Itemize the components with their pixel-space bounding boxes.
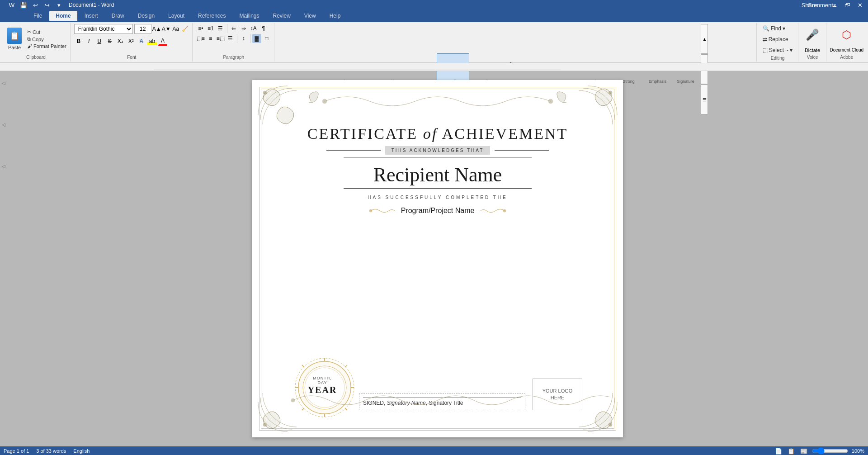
text-highlight-button[interactable]: ab (147, 37, 157, 46)
replace-icon: ⇄ (763, 36, 767, 43)
cert-acknowledges-row: THIS ACKNOWLEDGES THAT (326, 146, 549, 155)
adobe-button[interactable]: ⬡ (839, 24, 855, 46)
status-bar: Page 1 of 1 3 of 33 words English 📄 📋 📰 … (0, 446, 868, 455)
styles-scroll-up[interactable]: ▲ (701, 24, 708, 54)
strikethrough-button[interactable]: S (105, 37, 114, 46)
cert-program-text: Program/Project Name (401, 207, 475, 215)
bullets-button[interactable]: ≡• (196, 24, 205, 33)
sort-button[interactable]: ↕A (249, 24, 258, 33)
underline-button[interactable]: U (95, 37, 104, 46)
ribbon-tabs: File Home Insert Draw Design Layout Refe… (0, 10, 868, 22)
para-row2: ⬚≡ ≡ ≡⬚ ☰ ↕ ▓ □ (196, 34, 271, 43)
tab-file[interactable]: File (27, 11, 48, 21)
format-painter-icon: 🖌 (27, 43, 32, 49)
cert-line-left (326, 150, 381, 151)
collapse-arrow-bot[interactable]: ◁ (1, 163, 6, 169)
tab-review[interactable]: Review (267, 11, 297, 21)
tab-draw[interactable]: Draw (105, 11, 131, 21)
align-center-button[interactable]: ≡ (206, 34, 215, 43)
cert-title-text: CERTIFICATE (307, 125, 418, 142)
increase-indent-button[interactable]: ⇒ (239, 24, 248, 33)
view-read-button[interactable]: 📰 (799, 446, 808, 455)
bold-button[interactable]: B (74, 37, 83, 46)
justify-button[interactable]: ☰ (226, 34, 235, 43)
paragraph-top: ≡• ≡1 ☰ ⇐ ⇒ ↕A ¶ ⬚≡ ≡ ≡⬚ ☰ ↕ ▓ □ (196, 24, 271, 54)
decrease-indent-button[interactable]: ⇐ (229, 24, 238, 33)
dictate-button[interactable]: 🎤 (804, 24, 821, 46)
copy-label: Copy (32, 37, 44, 42)
format-painter-label: Format Painter (33, 43, 66, 49)
clipboard-group: 📋 Paste ✂ Cut ⧉ Copy 🖌 Format Painter Cl… (2, 23, 71, 62)
font-format-row: B I U S X₂ X² A ab A (74, 37, 167, 46)
tab-design[interactable]: Design (132, 11, 161, 21)
show-para-button[interactable]: ¶ (259, 24, 268, 33)
cert-achievement-text: ACHIEVEMENT (442, 125, 568, 142)
align-right-button[interactable]: ≡⬚ (216, 34, 225, 43)
comments-button[interactable]: Comments (817, 0, 826, 9)
page-info: Page 1 of 1 (4, 448, 29, 454)
font-color-button[interactable]: A (158, 37, 167, 46)
numbering-button[interactable]: ≡1 (206, 24, 215, 33)
tab-help[interactable]: Help (323, 11, 347, 21)
format-painter-button[interactable]: 🖌 Format Painter (26, 43, 67, 49)
redo-button[interactable]: ↪ (42, 0, 52, 9)
main-area: ◁ ◁ ◁ (0, 71, 868, 446)
view-print-button[interactable]: 📄 (774, 446, 783, 455)
multilevel-button[interactable]: ☰ (216, 24, 225, 33)
borders-button[interactable]: □ (262, 34, 271, 43)
save-button[interactable]: 💾 (19, 0, 28, 9)
qa-dropdown-button[interactable]: ▾ (54, 0, 63, 9)
tab-references[interactable]: References (192, 11, 232, 21)
tab-view[interactable]: View (298, 11, 322, 21)
restore-button[interactable]: 🗗 (843, 0, 852, 9)
styles-group: AaBbCc ¶ Normal AaBbCc ¶ Space B... AA T… (275, 23, 757, 62)
tab-layout[interactable]: Layout (162, 11, 191, 21)
cert-program-row: Program/Project Name (368, 206, 507, 215)
status-left: Page 1 of 1 3 of 33 words English (4, 448, 90, 454)
seal-date-month: MONTH, DAY (308, 376, 337, 385)
adobe-label: Document Cloud (830, 47, 863, 52)
tab-mailings[interactable]: Mailings (233, 11, 265, 21)
paste-button[interactable]: 📋 Paste (5, 27, 24, 51)
find-label: Find (771, 25, 781, 32)
font-decrease-button[interactable]: A▼ (162, 25, 170, 33)
svg-point-8 (369, 209, 372, 212)
word-icon-button[interactable]: W (7, 0, 16, 9)
font-top: Franklin Gothic A▲ A▼ Aa 🧹 B I U S X₂ X²… (74, 24, 189, 54)
collapse-arrow-top[interactable]: ◁ (1, 80, 6, 85)
line-spacing-button[interactable]: ↕ (239, 34, 248, 43)
italic-button[interactable]: I (85, 37, 94, 46)
change-case-button[interactable]: Aa (172, 25, 180, 33)
find-button[interactable]: 🔍 Find ▾ (760, 24, 788, 33)
doc-area: CERTIFICATE of ACHIEVEMENT THIS ACKNOWLE… (7, 71, 868, 446)
view-web-button[interactable]: 📋 (787, 446, 796, 455)
clipboard-sub: ✂ Cut ⧉ Copy 🖌 Format Painter (26, 28, 67, 49)
subscript-button[interactable]: X₂ (116, 37, 125, 46)
font-name-select[interactable]: Franklin Gothic (74, 24, 133, 34)
select-button[interactable]: ⬚ Select ~ ▾ (760, 46, 795, 55)
clear-format-button[interactable]: 🧹 (181, 25, 189, 33)
svg-line-21 (345, 365, 347, 367)
tab-insert[interactable]: Insert (78, 11, 104, 21)
shading-button[interactable]: ▓ (252, 34, 261, 43)
cut-button[interactable]: ✂ Cut (26, 28, 67, 35)
font-increase-button[interactable]: A▲ (153, 25, 161, 33)
tab-home[interactable]: Home (49, 11, 77, 21)
copy-icon: ⧉ (27, 36, 31, 42)
superscript-button[interactable]: X² (127, 37, 136, 46)
document-page[interactable]: CERTIFICATE of ACHIEVEMENT THIS ACKNOWLE… (252, 80, 623, 437)
minimize-button[interactable]: 🗕 (830, 0, 839, 9)
undo-button[interactable]: ↩ (31, 0, 40, 9)
close-button[interactable]: ✕ (855, 0, 864, 9)
font-size-input[interactable] (134, 24, 151, 34)
replace-button[interactable]: ⇄ Replace (760, 35, 791, 44)
ruler-svg (154, 63, 561, 71)
copy-button[interactable]: ⧉ Copy (26, 36, 67, 43)
zoom-level: 100% (852, 448, 864, 454)
collapse-arrow-mid[interactable]: ◁ (1, 122, 6, 127)
align-left-button[interactable]: ⬚≡ (196, 34, 205, 43)
text-effects-button[interactable]: A (137, 37, 146, 46)
zoom-slider[interactable] (812, 447, 848, 455)
replace-label: Replace (769, 36, 788, 43)
voice-label: Voice (807, 54, 818, 61)
